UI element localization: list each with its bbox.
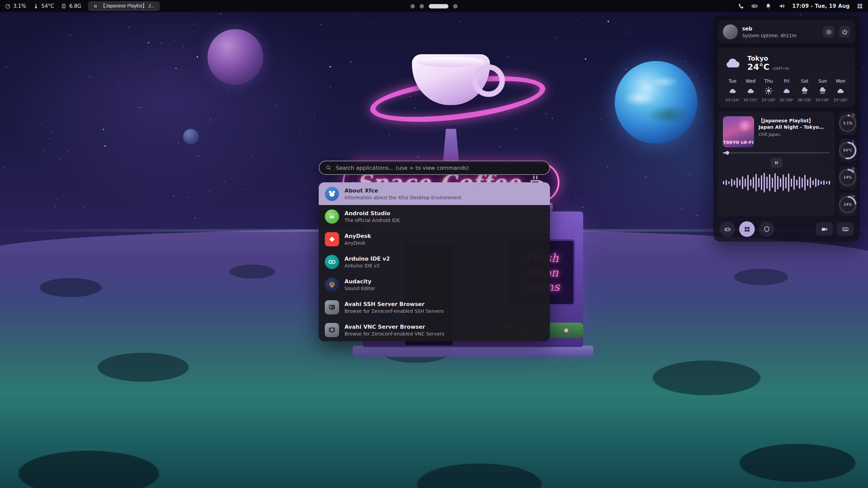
android-studio-icon (325, 209, 339, 224)
weather-timezone: (GMT+9) (772, 66, 789, 71)
rain-icon (800, 86, 809, 95)
memory-value: 6.8G (69, 3, 81, 9)
avahi-vnc-icon (325, 323, 339, 337)
weather-city: Tokyo (747, 55, 789, 62)
disk-gauge: 24% (839, 193, 856, 216)
weather-temperature: 24°C (GMT+9) (747, 63, 789, 71)
cloud-icon (728, 86, 737, 95)
launcher-search-bar[interactable] (319, 161, 550, 175)
gamemode-button[interactable] (719, 221, 735, 237)
xfce-icon (325, 187, 339, 201)
launcher-results: About Xfce Information about the Xfce De… (319, 182, 550, 341)
now-playing-title: 【Japanese Playlist】 J... (101, 3, 155, 9)
app-desc: Browse for Zeroconf-enabled SSH Servers (344, 308, 443, 314)
cloud-icon (836, 86, 845, 95)
forecast-day: Fri 35°/26° (777, 78, 795, 102)
power-button[interactable] (839, 26, 850, 38)
bell-icon[interactable] (765, 3, 772, 9)
launcher-item-about-xfce[interactable]: About Xfce Information about the Xfce De… (319, 182, 550, 205)
screen-record-button[interactable] (816, 222, 833, 236)
seek-bar[interactable] (723, 152, 830, 154)
app-desc: Arduino IDE v2 (344, 263, 390, 268)
launcher-item-arduino[interactable]: Arduino IDE v2 Arduino IDE v2 (319, 250, 550, 273)
seek-knob[interactable] (725, 151, 729, 155)
app-desc: Information about the Xfce Desktop Envir… (344, 195, 461, 200)
launcher-item-anydesk[interactable]: AnyDesk AnyDesk (319, 228, 550, 250)
temperature-gauge: 54°C (839, 139, 856, 162)
launcher-item-avahi-ssh[interactable]: Avahi SSH Server Browser Browse for Zero… (319, 296, 550, 319)
sun-icon (764, 86, 773, 95)
avatar (723, 24, 738, 39)
pause-icon (93, 4, 98, 8)
memory-gauge: 14% (839, 166, 856, 189)
gamepad-icon (724, 226, 731, 233)
clock[interactable]: 17:09 - Tue, 19 Aug (792, 3, 850, 9)
launcher-item-android-studio[interactable]: Android Studio The official Android IDE (319, 205, 550, 228)
forecast-day: Mon 33°/26° (832, 78, 850, 102)
phone-icon[interactable] (738, 3, 745, 9)
cloud-icon (724, 53, 743, 72)
workspace-active-pill[interactable] (429, 4, 449, 8)
audio-visualizer (723, 172, 830, 194)
forecast-day: Sat 36°/26° (796, 78, 814, 102)
search-icon (326, 165, 332, 171)
cpu-indicator[interactable]: 3.1% (5, 3, 26, 9)
uptime-label: System Uptime: 4h11m (742, 33, 818, 38)
app-name: About Xfce (344, 187, 461, 194)
purple-planet (208, 29, 263, 85)
settings-button[interactable] (823, 26, 834, 38)
now-playing-pill[interactable]: 【Japanese Playlist】 J... (88, 1, 160, 11)
keyboard-button[interactable] (837, 222, 854, 236)
app-name: Avahi VNC Server Browser (344, 324, 444, 330)
forecast-day: Wed 35°/25° (742, 78, 760, 102)
power-icon (842, 29, 848, 35)
workspace-dot-2[interactable] (420, 4, 424, 8)
earth-planet (615, 61, 697, 144)
forecast-day: Thu 33°/26° (760, 78, 777, 102)
panel-quick-actions (718, 221, 855, 237)
audacity-icon (325, 278, 339, 292)
temperature-indicator[interactable]: 54°C (33, 3, 54, 9)
cpu-gauge-icon (851, 113, 855, 117)
apps-grid-icon[interactable] (856, 3, 863, 9)
workspace-switcher (411, 4, 458, 8)
volume-icon[interactable] (778, 3, 785, 9)
thermometer-icon (851, 140, 855, 144)
launcher-item-audacity[interactable]: Audacity Sound Editor (319, 273, 550, 296)
memory-indicator[interactable]: 6.8G (61, 3, 81, 9)
desktop: Fresh Moon Beans Space Coffee 3.1% (0, 0, 868, 488)
weather-forecast: Tue 33°/24° Wed 35°/25° Thu 33°/26° Fri (724, 78, 850, 102)
app-name: Audacity (344, 278, 375, 285)
forecast-day: Sun 33°/26° (814, 78, 832, 102)
system-gauges: 3.1% 54°C 14% 24% (839, 111, 856, 216)
anydesk-icon (325, 232, 339, 246)
app-name: Avahi SSH Server Browser (344, 301, 443, 307)
workspace-dot-1[interactable] (411, 4, 415, 8)
workspace-dot-4[interactable] (453, 4, 458, 8)
app-name: Arduino IDE v2 (344, 256, 390, 262)
track-title: 【Japanese Playlist】 Japan All Night - To… (758, 118, 830, 130)
app-desc: Browse for Zeroconf-enabled VNC Servers (344, 331, 444, 337)
app-desc: Sound Editor (344, 286, 375, 291)
pause-button[interactable] (771, 158, 782, 168)
keyboard-icon (842, 226, 849, 233)
shop-steps (353, 346, 593, 357)
avahi-ssh-icon (325, 300, 339, 314)
cpu-gauge: 3.1% (839, 111, 856, 135)
cloud-icon (746, 86, 755, 95)
battery-icon[interactable] (751, 3, 758, 9)
video-camera-icon (821, 226, 828, 233)
album-art-text: TOKYO LO-FI (723, 140, 754, 145)
media-player-card: TOKYO LO-FI 【Japanese Playlist】 Japan Al… (718, 111, 835, 216)
launcher-item-avahi-vnc[interactable]: Avahi VNC Server Browser Browse for Zero… (319, 319, 550, 341)
app-grid-button[interactable] (739, 221, 755, 237)
forecast-day: Tue 33°/24° (724, 78, 742, 102)
app-desc: The official Android IDE (344, 218, 400, 223)
track-subtitle: Chill Japan. (758, 132, 830, 137)
shield-button[interactable] (759, 221, 774, 237)
app-desc: AnyDesk (344, 240, 371, 246)
temperature-value: 54°C (41, 3, 54, 9)
disk-icon (851, 194, 855, 199)
search-input[interactable] (336, 165, 543, 171)
control-panel: seb System Uptime: 4h11m Tokyo 24°C (GMT… (713, 16, 860, 242)
